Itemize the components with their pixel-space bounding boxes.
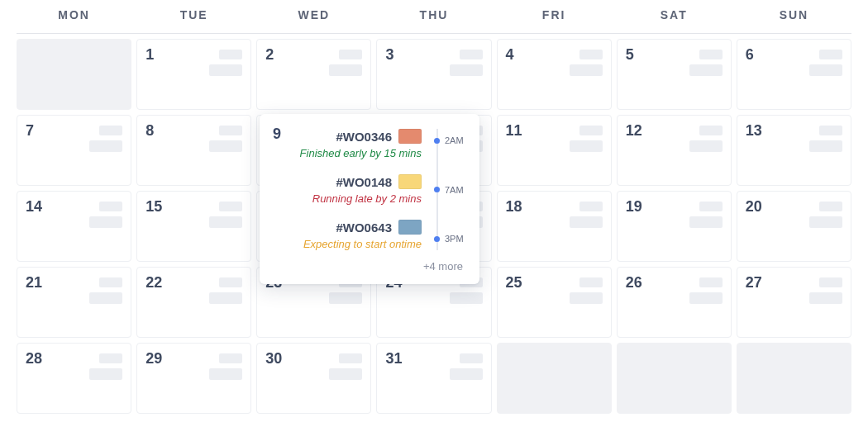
- event-placeholder: [99, 202, 122, 211]
- event-placeholder: [579, 277, 603, 287]
- timeline-tick: 3PM: [435, 230, 466, 247]
- workorder-item[interactable]: #WO0643Expecting to start ontime: [294, 220, 422, 250]
- day-cell: [497, 343, 612, 414]
- workorder-id: #WO0346: [336, 130, 392, 144]
- event-placeholders: [809, 277, 842, 304]
- day-cell[interactable]: 7: [17, 115, 131, 186]
- event-placeholders: [809, 202, 842, 228]
- popover-timeline: 2AM7AM3PM: [428, 129, 466, 250]
- timeline-tick: 2AM: [435, 132, 466, 149]
- day-cell[interactable]: 27: [737, 267, 851, 338]
- event-placeholders: [809, 50, 842, 76]
- event-placeholder: [819, 277, 842, 287]
- day-cell[interactable]: 11: [497, 115, 612, 186]
- day-cell[interactable]: 22: [136, 267, 251, 338]
- day-cell[interactable]: 12: [617, 115, 732, 186]
- workorder-item[interactable]: #WO0346Finished early by 15 mins: [294, 129, 422, 159]
- workorder-id: #WO0148: [336, 175, 392, 189]
- calendar: MON TUE WED THU FRI SAT SUN 123456789101…: [0, 0, 868, 422]
- event-placeholder: [819, 126, 842, 135]
- event-placeholders: [209, 126, 242, 152]
- workorder-color-swatch: [398, 129, 422, 144]
- event-placeholders: [689, 277, 723, 304]
- event-placeholders: [450, 50, 483, 76]
- event-placeholder: [89, 368, 122, 380]
- event-placeholders: [89, 202, 122, 228]
- event-placeholders: [209, 353, 242, 380]
- day-cell[interactable]: 8: [136, 115, 251, 186]
- weekday-wed: WED: [256, 0, 371, 33]
- day-cell[interactable]: 19: [617, 191, 732, 262]
- day-cell[interactable]: 25: [497, 267, 612, 338]
- day-cell[interactable]: 5: [617, 39, 732, 110]
- week-row: 123456: [17, 39, 851, 110]
- event-placeholder: [329, 64, 362, 76]
- event-placeholder: [99, 353, 122, 363]
- event-placeholders: [89, 277, 122, 304]
- day-cell[interactable]: 31: [376, 343, 491, 414]
- week-row: 28293031: [17, 343, 851, 414]
- event-placeholder: [209, 216, 242, 228]
- weekday-thu: THU: [376, 0, 491, 33]
- event-placeholder: [570, 292, 603, 304]
- event-placeholder: [209, 64, 242, 76]
- event-placeholder: [809, 292, 842, 304]
- day-cell[interactable]: 28: [17, 343, 131, 414]
- workorder-status: Finished early by 15 mins: [300, 147, 422, 159]
- day-cell[interactable]: 15: [136, 191, 251, 262]
- timeline-time-label: 7AM: [445, 185, 464, 195]
- event-placeholder: [89, 292, 122, 304]
- day-cell[interactable]: 13: [737, 115, 851, 186]
- day-cell[interactable]: 6: [737, 39, 851, 110]
- event-placeholder: [99, 126, 122, 135]
- workorder-item[interactable]: #WO0148Running late by 2 mins: [294, 174, 422, 205]
- workorder-status: Expecting to start ontime: [303, 238, 422, 250]
- event-placeholder: [699, 202, 723, 211]
- weekday-sun: SUN: [737, 0, 851, 33]
- event-placeholders: [89, 353, 122, 380]
- event-placeholder: [689, 216, 723, 228]
- workorder-id: #WO0643: [336, 220, 392, 235]
- event-placeholder: [339, 353, 362, 363]
- event-placeholder: [219, 277, 242, 287]
- workorder-status: Running late by 2 mins: [312, 192, 422, 205]
- event-placeholder: [450, 64, 483, 76]
- day-cell[interactable]: 14: [17, 191, 131, 262]
- event-placeholder: [89, 216, 122, 228]
- event-placeholder: [219, 353, 242, 363]
- event-placeholder: [450, 292, 483, 304]
- weekday-header: MON TUE WED THU FRI SAT SUN: [17, 0, 851, 34]
- day-cell[interactable]: 4: [497, 39, 612, 110]
- event-placeholder: [329, 292, 362, 304]
- day-cell[interactable]: 29: [136, 343, 251, 414]
- day-cell[interactable]: 21: [17, 267, 131, 338]
- event-placeholders: [570, 202, 603, 228]
- timeline-dot-icon: [434, 138, 440, 144]
- timeline-time-label: 2AM: [445, 135, 464, 145]
- event-placeholder: [339, 50, 362, 59]
- event-placeholders: [689, 126, 723, 152]
- event-placeholder: [809, 140, 842, 152]
- day-cell[interactable]: 1: [136, 39, 251, 110]
- event-placeholder: [809, 64, 842, 76]
- day-cell[interactable]: 2: [256, 39, 371, 110]
- day-cell[interactable]: 26: [617, 267, 732, 338]
- event-placeholder: [209, 368, 242, 380]
- day-cell[interactable]: 3: [376, 39, 491, 110]
- event-placeholders: [689, 50, 723, 76]
- day-cell[interactable]: 20: [737, 191, 851, 262]
- event-placeholders: [89, 126, 122, 152]
- day-cell[interactable]: 30: [256, 343, 371, 414]
- popover-more-link[interactable]: +4 more: [276, 260, 466, 273]
- event-placeholder: [570, 64, 603, 76]
- day-cell[interactable]: 18: [497, 191, 612, 262]
- day-popover: 9 #WO0346Finished early by 15 mins#WO014…: [260, 114, 479, 284]
- weekday-fri: FRI: [497, 0, 612, 33]
- day-cell: [17, 39, 131, 110]
- event-placeholders: [809, 126, 842, 152]
- event-placeholder: [99, 277, 122, 287]
- day-cell: [617, 343, 732, 414]
- event-placeholder: [579, 202, 603, 211]
- timeline-dot-icon: [434, 236, 440, 242]
- event-placeholder: [579, 50, 603, 59]
